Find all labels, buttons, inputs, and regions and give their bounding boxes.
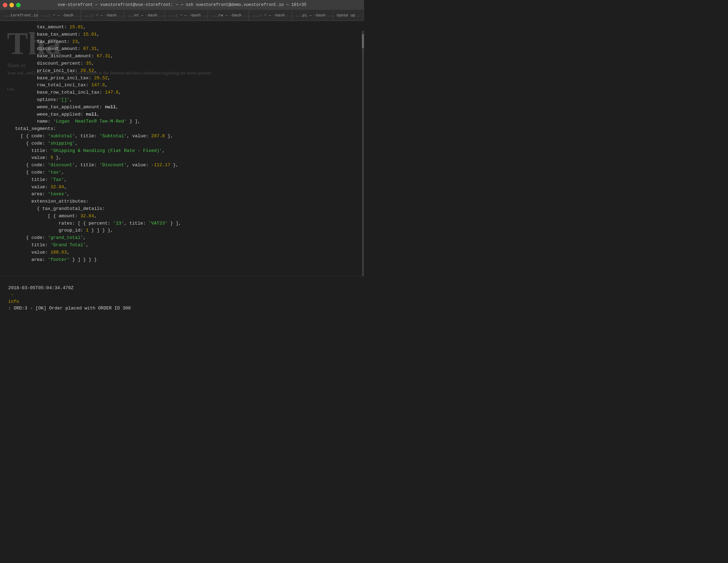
code-line-grand-total-value: value: 180.63, [4,249,360,256]
tab-bash-2[interactable]: ...: ~ — -bash ... [81,10,124,21]
code-line-grand-total-title: title: 'Grand Total', [4,242,360,249]
code-line-tax-percent: tax_percent: 23, [4,38,360,46]
tab-bash-6[interactable]: ...: ~ — -bash ... [249,10,292,21]
code-line-discount-percent: discount_percent: 35, [4,60,360,67]
code-line-base-price-incl-tax: base_price_incl_tax: 29.52, [4,75,360,82]
close-button[interactable] [3,3,7,7]
code-line-shipping-code: { code: 'shipping', [4,140,360,147]
code-line-weee-tax-applied-amount: weee_tax_applied_amount: null, [4,104,360,111]
code-line-tax-area: area: 'taxes', [4,191,360,198]
code-line-weee-tax-applied: weee_tax_applied: null, [4,111,360,118]
code-line-subtotal: [ { code: 'subtotal', title: 'Subtotal',… [4,133,360,140]
code-line-tax-value: value: 32.84, [4,184,360,191]
code-line-total-segments: total_segments: [4,125,360,133]
status-timestamp: 2018-03-05T05:04:34.470Z [8,285,74,291]
code-line-grand-total-code: { code: 'grand_total', [4,234,360,242]
code-line-amount: [ { amount: 32.84, [4,213,360,220]
tab-bash-7[interactable]: ...pi — -bash ... [292,10,333,21]
status-separator: - [8,292,16,297]
code-line-ext-attrs: extension_attributes: [4,198,360,205]
scrollbar-thumb[interactable] [362,34,364,48]
code-line-group-id: group_id: 1 } ] } }, [4,227,360,234]
minimize-button[interactable] [9,3,14,7]
code-line-base-discount-amount: base_discount_amount: 67.31, [4,53,360,60]
code-line-rates: rates: [ { percent: '23', title: 'VAT23'… [4,220,360,227]
code-line-shipping-value: value: 5 }, [4,154,360,162]
code-line-row-total-incl-tax: row_total_incl_tax: 147.6, [4,82,360,89]
code-line-price-incl-tax: price_incl_tax: 29.52, [4,67,360,75]
tab-bar: ...torefront.io ...: ~ — -bash ... ...: … [0,10,364,21]
code-line-grand-total-area: area: 'footer' } ] } } } [4,256,360,264]
code-line-tax-amount: tax_amount: 15.01, [4,24,360,31]
maximize-button[interactable] [16,3,21,7]
status-message: : ORD:3 - [OK] Order placed with ORDER I… [8,306,131,311]
code-line-tax-grandtotal: { tax_grandtotal_details: [4,205,360,213]
code-line-discount-amount: discount_amount: 67.31, [4,45,360,53]
traffic-lights [3,3,21,7]
code-line-base-tax-amount: base_tax_amount: 15.01, [4,31,360,38]
scrollbar[interactable] [362,31,364,276]
code-block: tax_amount: 15.01, base_tax_amount: 15.0… [4,24,360,263]
code-line-options: options:'[]', [4,96,360,104]
code-line-base-row-total-incl-tax: base_row_total_incl_tax: 147.6, [4,89,360,96]
tab-bash-3[interactable]: ...nt — -bash ... [124,10,165,21]
tab-npose-up[interactable]: npose up ... [333,10,364,21]
code-line-tax-code: { code: 'tax', [4,169,360,176]
tab-bash-4[interactable]: ...: ~ — -bash ... [165,10,208,21]
status-bar: 2018-03-05T05:04:34.470Z - info : ORD:3 … [0,276,364,313]
window-title: vue-storefront — vuestorefront@vue-store… [58,2,306,7]
code-line-tax-title: title: 'Tax', [4,176,360,184]
code-line-name: name: 'Logan HeatTec® Tee-M-Red' } ], [4,118,360,125]
tab-torefront[interactable]: ...torefront.io [0,10,38,21]
code-line-discount: { code: 'discount', title: 'Discount', v… [4,162,360,169]
status-level: info [8,299,19,304]
terminal-content: Tha Thank yo Your ord...ent[]...he serve… [0,21,364,276]
tab-bash-1[interactable]: ...: ~ — -bash ... [38,10,81,21]
tab-bash-5[interactable]: ...rw — -bash ... [208,10,249,21]
title-bar: vue-storefront — vuestorefront@vue-store… [0,0,364,10]
code-line-shipping-title: title: 'Shipping & Handling (Flat Rate -… [4,147,360,155]
